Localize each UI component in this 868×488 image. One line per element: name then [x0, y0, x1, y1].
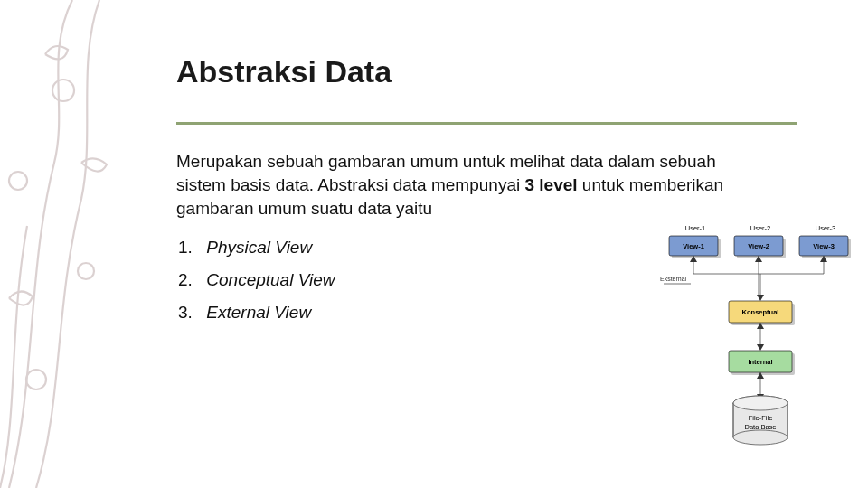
db-label-top: File-File	[749, 414, 773, 422]
list-label: External View	[206, 303, 311, 322]
desc-underline: untuk	[578, 175, 629, 194]
internal-box-label: Internal	[748, 358, 772, 366]
svg-marker-16	[757, 344, 764, 351]
list-num: 3.	[178, 303, 202, 323]
list-num: 1.	[178, 238, 202, 258]
svg-point-27	[733, 396, 788, 410]
levels-list: 1. Physical View 2. Conceptual View 3. E…	[178, 238, 832, 323]
list-label: Conceptual View	[206, 270, 335, 289]
list-item: 1. Physical View	[178, 238, 832, 258]
title-underline	[176, 122, 797, 125]
desc-bold: 3 level	[524, 175, 577, 194]
list-item: 2. Conceptual View	[178, 270, 832, 290]
description-text: Merupakan sebuah gambaran umum untuk mel…	[176, 150, 764, 221]
list-item: 3. External View	[178, 303, 832, 323]
page-title: Abstraksi Data	[176, 54, 832, 89]
svg-point-26	[733, 430, 788, 445]
list-num: 2.	[178, 270, 202, 290]
list-label: Physical View	[206, 238, 312, 257]
svg-point-3	[26, 370, 46, 389]
db-label-bottom: Data Base	[744, 423, 776, 431]
